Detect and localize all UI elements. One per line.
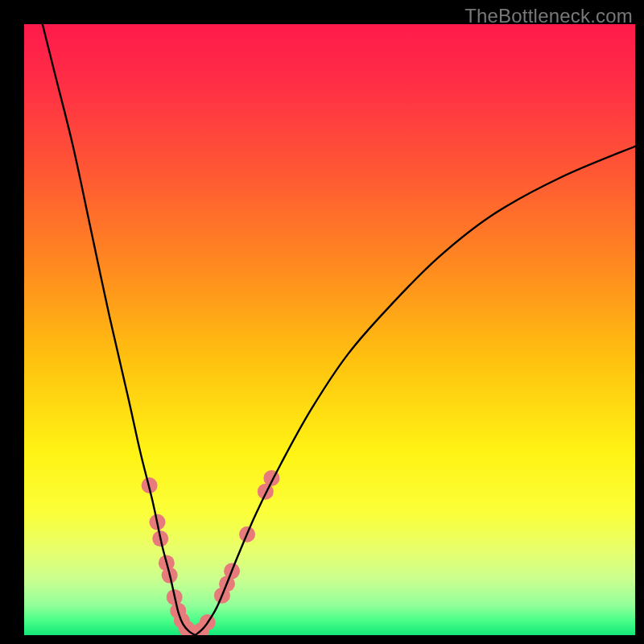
chart-svg bbox=[24, 24, 635, 635]
valley-markers bbox=[142, 470, 280, 635]
plot-area bbox=[24, 24, 635, 635]
chart-frame: TheBottleneck.com bbox=[0, 0, 644, 644]
right-curve bbox=[196, 147, 635, 635]
watermark-label: TheBottleneck.com bbox=[464, 5, 633, 27]
left-curve bbox=[43, 24, 196, 635]
